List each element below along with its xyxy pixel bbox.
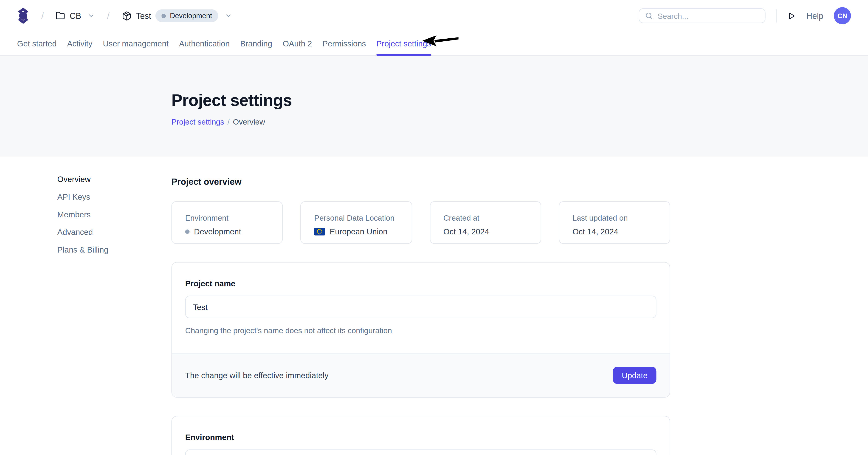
tab-bar: Get started Activity User management Aut… <box>0 31 868 56</box>
tab-permissions[interactable]: Permissions <box>322 31 366 55</box>
corbado-logo-icon[interactable] <box>17 7 29 24</box>
org-switcher[interactable]: CB <box>56 11 95 21</box>
app-window: / CB / Te <box>0 0 868 455</box>
org-name: CB <box>69 11 81 21</box>
search-icon <box>645 11 653 20</box>
project-name-label: Project name <box>185 279 656 288</box>
search-box[interactable] <box>639 8 766 23</box>
package-icon <box>122 11 131 21</box>
info-card-value: Development <box>194 227 241 236</box>
environment-label: Environment <box>185 433 656 442</box>
topbar: / CB / Te <box>0 0 868 31</box>
tab-oauth2[interactable]: OAuth 2 <box>283 31 312 55</box>
project-name-input[interactable] <box>185 295 656 318</box>
eu-flag-icon <box>314 228 326 235</box>
info-card-data-location: Personal Data Location European Union <box>301 201 412 244</box>
breadcrumb: Project settings / Overview <box>171 117 868 126</box>
sidebar-item-overview[interactable]: Overview <box>57 175 108 186</box>
page-header: Project settings Project settings / Over… <box>0 56 868 157</box>
update-button[interactable]: Update <box>613 367 656 384</box>
breadcrumb-separator: / <box>227 117 229 126</box>
project-name: Test <box>136 11 151 21</box>
info-card-label: Last updated on <box>572 214 656 222</box>
info-card-value: Oct 14, 2024 <box>572 227 618 236</box>
tab-activity[interactable]: Activity <box>67 31 92 55</box>
main-area: Overview API Keys Members Advanced Plans… <box>0 157 868 455</box>
play-icon[interactable] <box>787 11 796 20</box>
page-title: Project settings <box>171 91 868 110</box>
topbar-actions: Help CN <box>639 7 851 24</box>
environment-select[interactable]: Development <box>185 450 656 455</box>
environment-card: Environment Development <box>171 416 670 455</box>
info-card-environment: Environment Development <box>171 201 283 244</box>
sidebar-item-plans-billing[interactable]: Plans & Billing <box>57 246 108 256</box>
settings-content: Project overview Environment Development… <box>171 157 670 455</box>
info-card-last-updated: Last updated on Oct 14, 2024 <box>559 201 670 244</box>
settings-sidenav: Overview API Keys Members Advanced Plans… <box>57 175 108 263</box>
folder-icon <box>56 11 65 21</box>
tab-branding[interactable]: Branding <box>240 31 272 55</box>
info-card-label: Environment <box>185 214 269 222</box>
sidebar-item-api-keys[interactable]: API Keys <box>57 193 108 204</box>
project-name-card: Project name Changing the project's name… <box>171 262 670 398</box>
tab-project-settings[interactable]: Project settings <box>376 31 431 55</box>
chevron-down-icon <box>88 12 95 19</box>
breadcrumb-separator: / <box>107 11 110 21</box>
chevron-down-icon <box>225 12 232 19</box>
info-card-label: Created at <box>443 214 527 222</box>
section-title: Project overview <box>171 177 670 187</box>
sidebar-item-members[interactable]: Members <box>57 210 108 221</box>
info-card-value: Oct 14, 2024 <box>443 227 489 236</box>
help-link[interactable]: Help <box>806 11 824 21</box>
environment-badge: Development <box>155 9 218 22</box>
topbar-breadcrumbs: / CB / Te <box>17 7 232 24</box>
environment-badge-label: Development <box>170 11 212 20</box>
breadcrumb-link[interactable]: Project settings <box>171 117 224 126</box>
status-dot-icon <box>162 13 166 18</box>
info-cards-row: Environment Development Personal Data Lo… <box>171 201 670 244</box>
info-card-value: European Union <box>330 227 388 236</box>
topbar-divider <box>776 9 777 23</box>
info-card-label: Personal Data Location <box>314 214 398 222</box>
info-card-created-at: Created at Oct 14, 2024 <box>430 201 541 244</box>
tab-get-started[interactable]: Get started <box>17 31 57 55</box>
project-name-helper: Changing the project's name does not aff… <box>185 326 656 335</box>
breadcrumb-current: Overview <box>233 117 265 126</box>
user-avatar[interactable]: CN <box>834 7 851 24</box>
sidebar-item-advanced[interactable]: Advanced <box>57 228 108 239</box>
project-switcher[interactable]: Test Development <box>122 9 232 22</box>
tab-authentication[interactable]: Authentication <box>179 31 230 55</box>
footer-note: The change will be effective immediately <box>185 371 329 380</box>
search-input[interactable] <box>658 11 760 20</box>
tab-user-management[interactable]: User management <box>103 31 168 55</box>
breadcrumb-separator: / <box>41 11 44 21</box>
status-dot-icon <box>185 229 189 234</box>
project-name-card-footer: The change will be effective immediately… <box>172 353 670 397</box>
